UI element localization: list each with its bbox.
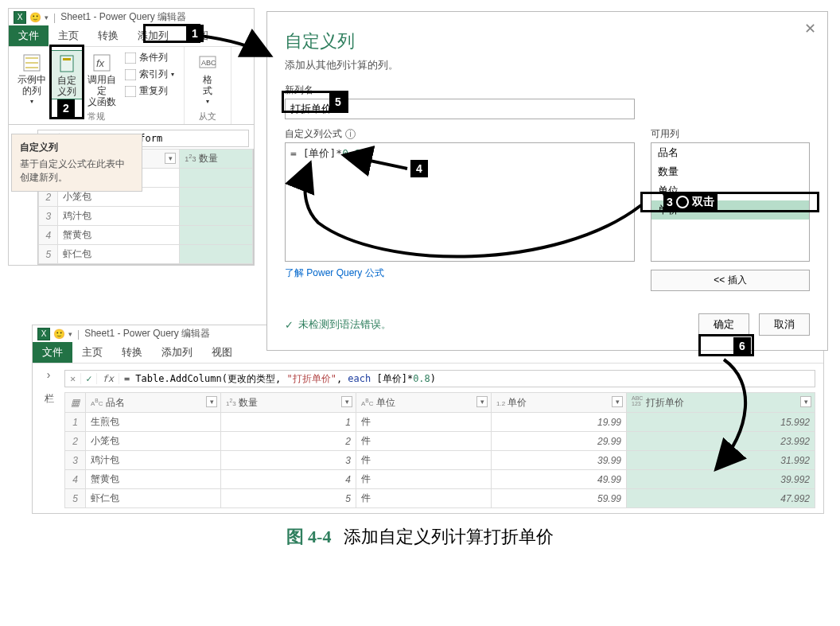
bottom-data-grid[interactable]: ▦ ABC 品名▾ 123 数量▾ ABC 单位▾ 1.2 单价▾ ABC123… [64,392,815,508]
accept-formula-icon[interactable]: ✓ [81,373,97,384]
group-text-label: 从文 [199,111,216,122]
invoke-custom-function-button[interactable]: fx 调用自定义函数 [85,50,119,109]
figure-text: 添加自定义列计算打折单价 [344,527,554,546]
fx-icon-b: fx [97,373,119,384]
annotation-badge-4: 4 [410,160,428,177]
tab-home-b[interactable]: 主页 [72,342,112,363]
formula-bar-bottom: ✕ ✓ fx = Table.AddColumn(更改的类型, "打折单价", … [64,370,815,387]
svg-text:ABC: ABC [201,59,216,67]
custom-formula-input[interactable]: = [单价]*0.8 [285,142,635,262]
smiley-icon: 🙂 [53,329,65,340]
custom-column-dialog: ✕ 自定义列 添加从其他列计算的列。 新列名 自定义列公式i = [单价]*0.… [266,11,828,351]
ok-button[interactable]: 确定 [698,313,749,336]
annotation-badge-1: 1 [186,25,204,42]
tab-view-b[interactable]: 视图 [202,342,242,363]
table-row[interactable]: 5虾仁包 [39,245,253,264]
ribbon-tabs-top: 文件 主页 转换 添加列 视图 [9,25,254,47]
tab-transform-b[interactable]: 转换 [112,342,152,363]
info-icon[interactable]: i [345,129,356,139]
qat-dropdown-icon[interactable]: ▾ [68,330,72,338]
new-col-label: 新列名 [285,84,810,97]
window-title-bottom: Sheet1 - Power Query 编辑器 [84,327,210,340]
index-column-button[interactable]: 索引列▾ [122,67,177,82]
table-row[interactable]: 4蟹黄包 [39,226,253,245]
bottom-pq-window: X 🙂 ▾ | Sheet1 - Power Query 编辑器 文件 主页 转… [32,325,824,514]
conditional-column-button[interactable]: 条件列 [122,50,177,65]
ribbon-group-general: 示例中的列▾ 自定义列 fx 调用自定义函数 条件列 索引列▾ 重复列 常规 [9,47,185,124]
tab-file[interactable]: 文件 [9,25,49,46]
tab-file-b[interactable]: 文件 [33,342,72,363]
excel-logo-icon: X [37,328,50,340]
annotation-badge-5: 5 [329,93,347,111]
table-row[interactable]: 2小笼包2件29.9923.992 [65,432,815,451]
tab-transform[interactable]: 转换 [88,25,128,46]
tab-addcol-b[interactable]: 添加列 [152,342,202,363]
insert-column-button[interactable]: << 插入 [651,270,810,291]
duplicate-column-button[interactable]: 重复列 [122,84,177,99]
col-filter-icon[interactable]: ▾ [341,396,352,407]
table-row[interactable]: 1生煎包1件19.9915.992 [65,413,815,432]
conditional-icon [125,52,136,64]
invoke-fn-icon: fx [92,52,111,74]
table-row[interactable]: 3鸡汁包3件39.9931.992 [65,451,815,470]
annotation-badge-6: 6 [733,337,751,355]
custom-column-tooltip: 自定义列 基于自定义公式在此表中创建新列。 [11,134,142,192]
ribbon-group-text: ABC 格式▾ 从文 [185,47,231,124]
avail-col-item[interactable]: 数量 [651,162,809,181]
check-icon: ✓ [285,319,294,331]
custom-column-icon [57,52,76,75]
column-from-examples-button[interactable]: 示例中的列▾ [15,50,49,109]
tab-home[interactable]: 主页 [49,25,88,46]
svg-rect-5 [125,52,136,64]
examples-icon [22,52,41,74]
table-row[interactable]: 5虾仁包5件59.9947.992 [65,489,815,508]
cancel-formula-icon[interactable]: ✕ [65,373,81,384]
avail-cols-label: 可用列 [651,127,810,141]
syntax-status: ✓ 未检测到语法错误。 [285,317,391,332]
formula-text-bottom[interactable]: = Table.AddColumn(更改的类型, "打折单价", each [单… [119,372,441,386]
annotation-badge-2: 2 [57,99,75,117]
figure-caption: 图 4-4添加自定义列计算打折单价 [8,525,832,549]
col-filter-icon[interactable]: ▾ [800,396,811,407]
col-filter-icon[interactable]: ▾ [206,396,217,407]
format-icon: ABC [198,52,217,74]
table-icon-b[interactable]: ▦ [71,397,80,408]
duplicate-icon [125,86,136,97]
svg-rect-6 [125,69,136,80]
ribbon-content: 示例中的列▾ 自定义列 fx 调用自定义函数 条件列 索引列▾ 重复列 常规 [9,47,254,125]
group-general-label: 常规 [88,111,105,122]
qat-dropdown-icon[interactable]: ▾ [45,14,49,21]
smiley-icon: 🙂 [29,12,41,23]
formula-label: 自定义列公式i [285,127,635,141]
double-click-icon [676,196,689,208]
figure-number: 图 4-4 [286,527,332,546]
annotation-badge-3: 3双击 [663,193,718,211]
dialog-subtitle: 添加从其他列计算的列。 [285,58,810,72]
learn-pq-formula-link[interactable]: 了解 Power Query 公式 [285,266,384,280]
table-row[interactable]: 3鸡汁包 [39,207,253,226]
title-bar-top: X 🙂 ▾ | Sheet1 - Power Query 编辑器 [9,9,254,25]
expand-queries-icon-b[interactable]: › [47,368,51,381]
svg-rect-2 [63,58,71,60]
custom-column-button[interactable]: 自定义列 [50,50,84,99]
left-rail-bottom: › 栏 [33,364,64,513]
col-filter-icon[interactable]: ▾ [476,396,488,407]
col-filter-icon[interactable]: ▾ [165,153,176,164]
svg-rect-7 [125,86,136,97]
svg-text:fx: fx [96,57,105,69]
dialog-title: 自定义列 [285,29,810,53]
avail-col-item[interactable]: 品名 [651,143,809,162]
tooltip-body: 基于自定义公式在此表中创建新列。 [20,157,134,185]
dialog-close-icon[interactable]: ✕ [804,20,816,37]
table-row[interactable]: 4蟹黄包4件49.9939.992 [65,470,815,489]
index-icon [125,69,136,80]
tab-add-column[interactable]: 添加列 [128,25,178,46]
window-title: Sheet1 - Power Query 编辑器 [60,10,186,24]
excel-logo-icon: X [14,11,26,24]
cancel-button[interactable]: 取消 [759,313,810,336]
col-filter-icon[interactable]: ▾ [612,396,623,407]
format-button[interactable]: ABC 格式▾ [191,50,224,109]
tooltip-title: 自定义列 [20,141,134,154]
